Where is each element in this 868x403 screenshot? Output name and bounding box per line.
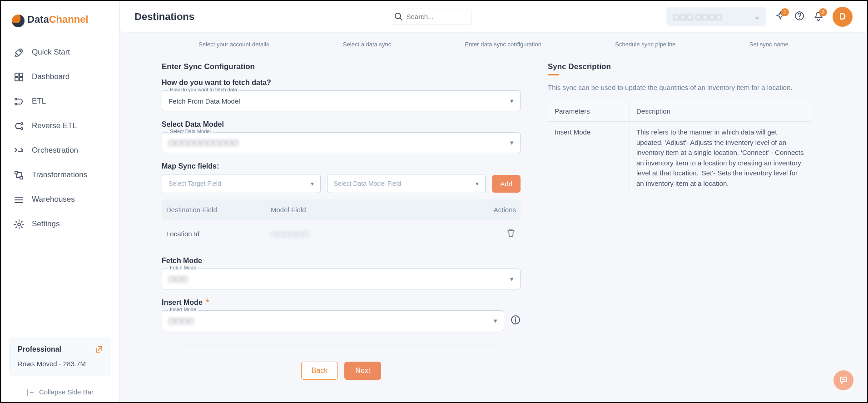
- account-dropdown[interactable]: ▢▢▢ ▢▢▢▢⌄: [666, 7, 766, 26]
- sidebar-item-transformations[interactable]: Transformations: [6, 163, 114, 187]
- wizard-steps: Select your account details Select a dat…: [134, 33, 853, 56]
- info-button[interactable]: [511, 315, 521, 327]
- svg-point-5: [15, 98, 17, 100]
- sidebar-item-etl[interactable]: ETL: [6, 89, 114, 114]
- target-field-select[interactable]: Select Target Field▾: [162, 174, 321, 193]
- step[interactable]: Enter data sync configuration: [465, 41, 541, 48]
- delete-button[interactable]: [506, 232, 516, 239]
- svg-point-20: [516, 318, 516, 318]
- fetch-data-select[interactable]: Fetch From Data Model▾: [162, 90, 521, 111]
- chevron-down-icon: ▾: [476, 180, 479, 187]
- chevron-down-icon: ⌄: [754, 12, 760, 21]
- svg-rect-1: [15, 73, 18, 76]
- field-float-label: Select Data Model: [168, 129, 213, 134]
- svg-point-6: [15, 103, 17, 105]
- desc-title: Sync Description: [548, 62, 811, 71]
- badge: 1: [781, 8, 789, 16]
- select-value: Fetch From Data Model: [169, 97, 240, 105]
- th-model: Model Field: [271, 206, 484, 214]
- insert-mode-label: Insert Mode: [162, 299, 203, 307]
- sidebar-item-reverse-etl[interactable]: Reverse ETL: [6, 114, 114, 138]
- data-model-field-select[interactable]: Select Data Model Field▾: [327, 174, 486, 193]
- step[interactable]: Select your account details: [198, 41, 269, 48]
- plan-title: Professional: [18, 345, 61, 353]
- sidebar: DataChannel Quick Start Dashboard ETL Re…: [1, 1, 120, 402]
- form-column: Enter Sync Configuration How do you want…: [162, 62, 521, 391]
- map-table-row: Location Id ▢▢▢▢▢▢: [162, 221, 521, 247]
- step[interactable]: Select a data sync: [343, 41, 391, 48]
- fetch-mode-label: Fetch Mode: [162, 257, 521, 265]
- data-model-label: Select Data Model: [162, 120, 521, 129]
- svg-rect-3: [15, 78, 18, 81]
- plan-card[interactable]: Professional Rows Moved - 283.7M: [9, 337, 111, 376]
- collapse-label: Collapse Side Bar: [39, 388, 94, 396]
- select-placeholder: Select Target Field: [169, 180, 221, 187]
- sidebar-item-warehouses[interactable]: Warehouses: [6, 187, 114, 212]
- row-destination: Location Id: [166, 230, 271, 238]
- add-button[interactable]: Add: [492, 175, 521, 193]
- sidebar-item-label: Orchestration: [32, 146, 78, 155]
- svg-point-21: [842, 379, 843, 380]
- select-value: ▢▢▢▢▢▢▢▢▢▢▢: [169, 139, 238, 147]
- th-desc: Description: [630, 101, 811, 122]
- svg-point-15: [395, 13, 401, 19]
- svg-point-22: [843, 379, 844, 380]
- svg-point-14: [18, 223, 20, 226]
- chevron-down-icon: ▾: [510, 275, 514, 283]
- info-icon: [511, 315, 521, 325]
- reverse-etl-icon: [14, 121, 24, 131]
- insert-mode-select[interactable]: ▢▢▢▢▾: [162, 310, 504, 331]
- svg-point-23: [845, 379, 845, 380]
- required-asterisk: *: [206, 299, 209, 307]
- chevron-down-icon: ▾: [494, 317, 497, 325]
- avatar[interactable]: D: [833, 7, 853, 27]
- map-title: Map Sync fields:: [162, 162, 521, 170]
- svg-point-0: [20, 50, 21, 51]
- fetch-mode-select[interactable]: ▢▢▢▾: [162, 269, 521, 289]
- page-title: Destinations: [134, 11, 194, 23]
- search-icon: [394, 12, 402, 23]
- logo[interactable]: DataChannel: [1, 1, 119, 36]
- chevron-down-icon: ▾: [311, 180, 314, 187]
- data-model-select[interactable]: ▢▢▢▢▢▢▢▢▢▢▢▾: [162, 132, 521, 153]
- plan-stat: Rows Moved - 283.7M: [18, 360, 103, 368]
- step[interactable]: Schedule sync pipeline: [615, 41, 675, 48]
- collapse-icon: |←: [27, 388, 35, 396]
- trash-icon: [506, 228, 516, 238]
- map-table-header: Destination Field Model Field Actions: [162, 199, 521, 220]
- account-label: ▢▢▢ ▢▢▢▢: [673, 12, 722, 21]
- section-title: Enter Sync Configuration: [162, 62, 521, 71]
- help-button[interactable]: [794, 11, 804, 23]
- sidebar-item-orchestration[interactable]: Orchestration: [6, 138, 114, 163]
- chat-button[interactable]: [833, 370, 853, 390]
- sidebar-item-quick-start[interactable]: Quick Start: [6, 40, 114, 65]
- svg-rect-4: [20, 78, 23, 81]
- sidebar-item-label: Transformations: [32, 170, 87, 179]
- step[interactable]: Set sync name: [749, 41, 789, 48]
- notifications-button[interactable]: 2: [813, 11, 823, 23]
- sidebar-item-label: Reverse ETL: [32, 121, 77, 130]
- svg-rect-2: [20, 73, 23, 76]
- next-button[interactable]: Next: [344, 362, 381, 380]
- sparkle-button[interactable]: 1: [775, 11, 785, 23]
- open-icon: [95, 346, 103, 353]
- field-float-label: Fetch Mode: [168, 265, 198, 270]
- desc-table: ParametersDescription Insert ModeThis re…: [548, 100, 811, 194]
- badge: 2: [819, 8, 827, 16]
- sidebar-item-label: Settings: [32, 219, 60, 229]
- gear-icon: [14, 219, 24, 229]
- sidebar-item-label: Dashboard: [32, 72, 69, 81]
- select-placeholder: Select Data Model Field: [334, 180, 402, 187]
- sidebar-item-label: ETL: [32, 97, 46, 106]
- rocket-icon: [14, 47, 24, 57]
- chevron-down-icon: ▾: [510, 139, 514, 147]
- sidebar-item-label: Warehouses: [32, 195, 75, 204]
- sidebar-item-label: Quick Start: [32, 48, 70, 57]
- svg-point-8: [21, 128, 23, 129]
- dashboard-icon: [14, 72, 24, 82]
- help-icon: [794, 11, 804, 21]
- collapse-sidebar[interactable]: |←Collapse Side Bar: [1, 382, 119, 402]
- sidebar-item-settings[interactable]: Settings: [6, 212, 114, 236]
- sidebar-item-dashboard[interactable]: Dashboard: [6, 65, 114, 89]
- back-button[interactable]: Back: [301, 362, 338, 380]
